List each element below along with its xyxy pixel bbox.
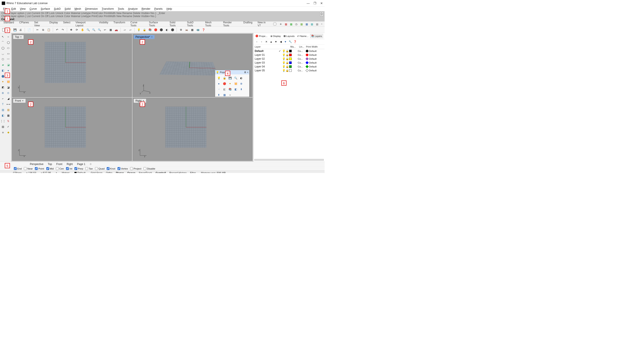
viewtab-page-1[interactable]: Page 1 [75, 162, 87, 166]
extrude-icon[interactable]: ◪ [6, 62, 10, 67]
arc-icon[interactable]: ◡ [0, 51, 5, 56]
popup-color-icon[interactable]: 🔴 [222, 81, 227, 86]
menu-help[interactable]: Help [165, 7, 174, 11]
command-scroll-spinner[interactable]: ▲▼ [320, 12, 323, 16]
popup-light-icon[interactable]: 💡 [216, 76, 221, 80]
menu-surface[interactable]: Surface [39, 7, 52, 11]
document-properties-icon[interactable]: 📄 [26, 27, 32, 32]
panel-icon[interactable]: ▦ [288, 22, 292, 26]
new-sublayer-icon[interactable]: ▫ [260, 40, 263, 43]
col-layer[interactable]: Layer [255, 45, 276, 48]
layer-printwidth[interactable]: Default [306, 57, 323, 60]
transform-icon[interactable]: ✦ [0, 79, 5, 84]
osnap-near[interactable]: Near [24, 167, 33, 170]
rectangle-icon[interactable]: ▭ [6, 51, 10, 56]
chamfer-icon[interactable]: ◢ [6, 96, 10, 101]
layer-row[interactable]: Layer 02💡🔒Co...Default [254, 57, 324, 61]
layer-visible-icon[interactable]: 💡 [282, 57, 285, 60]
panel-help-icon[interactable]: ❓ [293, 40, 297, 43]
osnap-end[interactable]: End [14, 167, 22, 170]
move-down-icon[interactable]: ▼ [274, 40, 278, 43]
viewport-label-top[interactable]: Top▼ [13, 35, 24, 39]
pan-icon[interactable]: ✋ [80, 27, 85, 32]
minimize-button[interactable]: — [307, 1, 310, 5]
menu-tools[interactable]: Tools [116, 7, 126, 11]
viewtab-front[interactable]: Front [54, 162, 64, 166]
menu-transform[interactable]: Transform [100, 7, 116, 11]
panel-tab-layouts[interactable]: ▦Layouts [282, 34, 296, 38]
help-icon[interactable]: ❓ [201, 27, 206, 32]
popup-transform-icon[interactable]: ✦ [228, 81, 232, 86]
layer-visible-icon[interactable]: 💡 [282, 53, 285, 56]
popup-export-icon[interactable]: ⬆ [216, 92, 221, 97]
align-icon[interactable]: ▤ [0, 107, 5, 112]
back-icon[interactable]: ◀ [279, 40, 282, 43]
cplane-icon[interactable]: ▱ [122, 27, 127, 32]
status-toggle-grid-snap[interactable]: Grid Snap [89, 171, 104, 173]
copy-icon[interactable]: ⧉ [41, 27, 46, 32]
named-view-icon[interactable]: 🚗 [114, 27, 118, 32]
distribute-icon[interactable]: ▥ [6, 107, 10, 112]
clock-icon[interactable]: ◷ [293, 22, 297, 26]
panel-icon[interactable]: ▦ [282, 22, 287, 26]
panel-scrollbar[interactable] [254, 159, 324, 161]
sun-icon[interactable]: ☀ [278, 22, 282, 26]
layer-printwidth[interactable]: Default [306, 50, 323, 52]
pointer-icon[interactable]: ↖ [0, 34, 5, 39]
layer-visible-icon[interactable]: 💡 [282, 65, 285, 68]
toolbar-options-gear-icon[interactable] [273, 22, 276, 26]
osnap-disable[interactable]: Disable [144, 167, 155, 170]
popup-shade-icon[interactable]: ◐ [239, 76, 244, 80]
filter-icon[interactable]: ▼ [284, 40, 287, 43]
status-toggle-osnap[interactable]: Osnap [126, 171, 136, 173]
check-icon[interactable]: ✓ [6, 124, 10, 129]
layer-color-swatch[interactable] [289, 57, 292, 60]
col-printwidth[interactable]: Print Width [306, 45, 323, 48]
undo-icon[interactable]: ↶ [55, 27, 60, 32]
col-material[interactable]: Ma... [289, 45, 297, 48]
viewport-label-front[interactable]: Front▼ [13, 99, 26, 103]
menu-render[interactable]: Render [140, 7, 152, 11]
popup-close-icon[interactable]: × [247, 71, 248, 73]
render-icon[interactable]: ⚫ [159, 27, 164, 32]
panel-icon[interactable]: ▦ [304, 22, 308, 26]
layer-row[interactable]: Layer 05💡🔒Co...Default [254, 68, 324, 72]
layer-lock-icon[interactable]: 🔒 [286, 61, 288, 64]
split-icon[interactable]: ◪ [6, 85, 10, 90]
polyline-icon[interactable]: ⌒ [0, 40, 5, 45]
layer-linetype[interactable]: Co... [298, 65, 305, 68]
osnap-cen[interactable]: Cen [56, 167, 64, 170]
circle-icon[interactable]: ◯ [0, 46, 5, 50]
four-view-icon[interactable]: ▦ [108, 27, 113, 32]
layer-tools-icon[interactable]: 🔧 [288, 40, 292, 43]
status-toggle-smarttrack[interactable]: SmartTrack [138, 171, 154, 173]
status-cplane[interactable]: CPlane [12, 171, 22, 173]
viewtab-perspective[interactable]: Perspective [28, 162, 45, 166]
popup-import-icon[interactable]: ⬇ [239, 87, 244, 92]
status-layer[interactable]: Default [74, 171, 86, 173]
delete-layer-icon[interactable]: ✕ [265, 40, 268, 43]
osnap-int[interactable]: Int [66, 167, 72, 170]
popup-explode-icon[interactable]: 💥 [233, 81, 238, 86]
layer-color-swatch[interactable] [289, 69, 292, 72]
polygon-icon[interactable]: ⬡ [0, 57, 5, 62]
undo-view-icon[interactable]: ↩ [102, 27, 107, 32]
block-icon[interactable]: ◧ [0, 113, 5, 118]
viewtab-right[interactable]: Right [65, 162, 74, 166]
osnap-quad[interactable]: Quad [95, 167, 104, 170]
lasso-icon[interactable]: ○ [6, 34, 10, 39]
popup-box-icon[interactable]: ◧ [222, 87, 227, 92]
status-toggle-planar[interactable]: Planar [114, 171, 125, 173]
popup-gear-icon[interactable]: ⚙ [244, 71, 246, 74]
sphere-icon[interactable]: ● [6, 68, 10, 73]
text-icon[interactable]: T [0, 102, 5, 107]
box-icon[interactable]: ◧ [0, 68, 5, 73]
layer-visible-icon[interactable]: 💡 [282, 69, 285, 72]
layer-linetype[interactable]: Co... [298, 69, 305, 72]
ellipse-icon[interactable]: ⬭ [6, 46, 10, 50]
freeform-icon[interactable]: 〰 [6, 57, 10, 62]
paste-icon[interactable]: 📋 [46, 27, 51, 32]
osnap-point[interactable]: Point [35, 167, 44, 170]
layer-printwidth[interactable]: Default [306, 54, 323, 56]
status-toggle-filter[interactable]: Filter [189, 171, 197, 173]
